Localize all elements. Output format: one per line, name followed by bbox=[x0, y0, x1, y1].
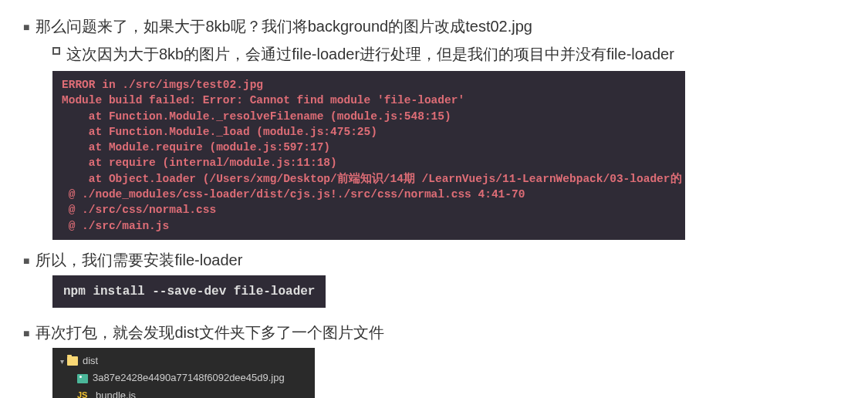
tree-file-row[interactable]: JS bundle.js bbox=[60, 387, 307, 398]
bullet-level1: ■ 那么问题来了，如果大于8kb呢？我们将background的图片改成test… bbox=[23, 14, 845, 39]
error-line: at Function.Module._load (module.js:475:… bbox=[62, 126, 377, 138]
bullet-text: 所以，我们需要安装file-loader bbox=[35, 248, 242, 272]
chevron-down-icon: ▾ bbox=[60, 355, 64, 368]
file-tree-panel: ▾ dist 3a87e2428e4490a77148f6092dee45d9.… bbox=[52, 348, 315, 398]
bullet-level1: ■ 所以，我们需要安装file-loader bbox=[23, 248, 845, 272]
error-line: at Module.require (module.js:597:17) bbox=[62, 141, 330, 153]
js-file-icon: JS bbox=[77, 388, 91, 398]
stack-line: @ ./src/main.js bbox=[62, 220, 169, 232]
folder-label: dist bbox=[83, 352, 98, 369]
square-marker-icon: ■ bbox=[23, 325, 29, 342]
hollow-square-marker-icon bbox=[52, 47, 60, 55]
bullet-text: 这次因为大于8kb的图片，会通过file-loader进行处理，但是我们的项目中… bbox=[66, 42, 674, 66]
folder-icon bbox=[67, 356, 78, 366]
error-line: at require (internal/module.js:11:18) bbox=[62, 157, 337, 169]
error-line: at Object.loader (/Users/xmg/Desktop/前端知… bbox=[62, 173, 682, 185]
square-marker-icon: ■ bbox=[23, 252, 29, 269]
command-text: npm install --save-dev file-loader bbox=[63, 285, 315, 298]
bullet-text: 那么问题来了，如果大于8kb呢？我们将background的图片改成test02… bbox=[35, 14, 532, 39]
file-label: bundle.js bbox=[96, 387, 136, 398]
stack-line: @ ./node_modules/css-loader/dist/cjs.js!… bbox=[62, 188, 525, 201]
tree-file-row[interactable]: 3a87e2428e4490a77148f6092dee45d9.jpg bbox=[60, 369, 307, 386]
bullet-level1: ■ 再次打包，就会发现dist文件夹下多了一个图片文件 bbox=[23, 320, 845, 345]
error-line: ERROR in ./src/imgs/test02.jpg bbox=[62, 79, 263, 91]
command-code-block: npm install --save-dev file-loader bbox=[52, 275, 326, 308]
file-label: 3a87e2428e4490a77148f6092dee45d9.jpg bbox=[93, 369, 285, 386]
square-marker-icon: ■ bbox=[23, 19, 29, 35]
bullet-level2: 这次因为大于8kb的图片，会通过file-loader进行处理，但是我们的项目中… bbox=[52, 42, 845, 66]
tree-folder-row[interactable]: ▾ dist bbox=[60, 352, 307, 369]
error-line: Module build failed: Error: Cannot find … bbox=[62, 94, 464, 106]
image-file-icon bbox=[77, 374, 88, 383]
error-line: at Function.Module._resolveFilename (mod… bbox=[62, 110, 451, 123]
bullet-text: 再次打包，就会发现dist文件夹下多了一个图片文件 bbox=[35, 320, 383, 345]
stack-line: @ ./src/css/normal.css bbox=[62, 204, 216, 216]
error-code-block: ERROR in ./src/imgs/test02.jpg Module bu… bbox=[52, 71, 685, 240]
